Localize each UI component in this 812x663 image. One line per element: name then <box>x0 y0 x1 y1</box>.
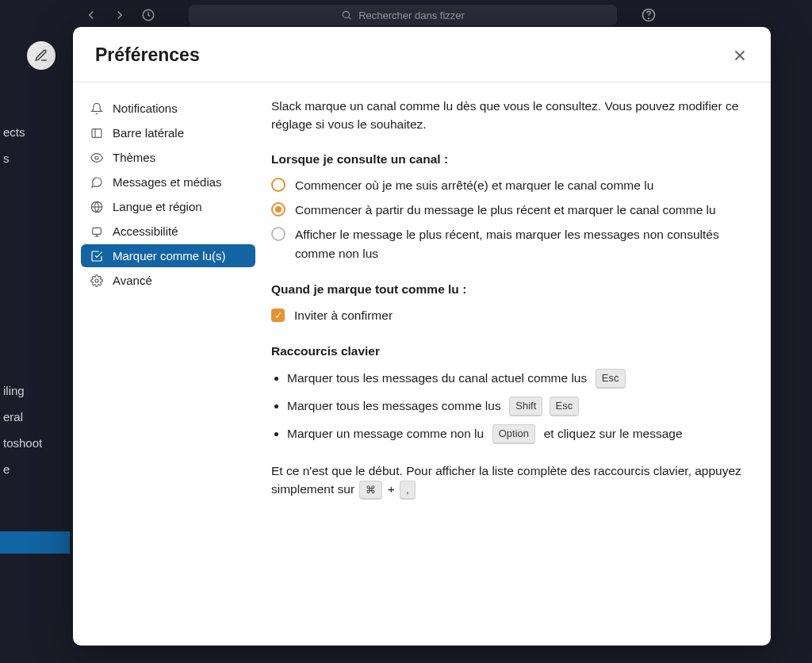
intro-text: Slack marque un canal comme lu dès que v… <box>271 97 745 134</box>
bell-icon <box>90 102 103 115</box>
nav-forward-icon[interactable] <box>113 8 127 22</box>
radio-option-start-where-left[interactable]: Commencer où je me suis arrêté(e) et mar… <box>271 176 745 194</box>
close-button[interactable] <box>731 47 749 64</box>
search-icon <box>341 10 352 21</box>
svg-point-6 <box>95 156 98 159</box>
kbd-key: , <box>400 481 416 500</box>
compose-button[interactable] <box>27 41 56 70</box>
message-icon <box>90 176 103 189</box>
sidebar-item-language[interactable]: Langue et région <box>81 195 255 218</box>
shortcut-item: Marquer tous les messages du canal actue… <box>287 369 745 389</box>
shortcut-item: Marquer tous les messages comme lus Shif… <box>287 397 745 416</box>
sidebar-item-messages[interactable]: Messages et médias <box>81 171 255 194</box>
globe-icon <box>90 201 103 213</box>
compose-icon <box>34 48 48 63</box>
radio-icon <box>271 178 285 192</box>
modal-header: Préférences <box>73 27 771 82</box>
workspace-sidebar-partial: ects s iling eral toshoot e <box>0 119 42 482</box>
sidebar-item-themes[interactable]: Thèmes <box>81 146 255 169</box>
radio-icon <box>271 202 285 217</box>
when-viewing-heading: Lorsque je consulte un canal : <box>271 150 745 168</box>
shortcut-item: Marquer un message comme non lu Option e… <box>287 424 745 444</box>
sidebar-item-advanced[interactable]: Avancé <box>81 269 255 292</box>
kbd-key: Option <box>492 424 535 444</box>
svg-point-3 <box>649 18 649 19</box>
prefs-sidebar: Notifications Barre latérale Thèmes Mess… <box>73 82 263 646</box>
history-icon[interactable] <box>141 8 155 22</box>
sidebar-item-notifications[interactable]: Notifications <box>81 97 255 120</box>
check-square-icon <box>90 250 103 263</box>
nav-back-icon[interactable] <box>84 8 98 22</box>
sidebar-item-accessibility[interactable]: Accessibilité <box>81 220 255 243</box>
footer-text: Et ce n'est que le début. Pour afficher … <box>271 462 745 500</box>
shortcut-list: Marquer tous les messages du canal actue… <box>271 369 745 444</box>
sidebar-item-mark-as-read[interactable]: Marquer comme lu(s) <box>81 244 255 267</box>
preferences-modal: Préférences Notifications Barre latérale… <box>73 27 771 646</box>
sidebar-selection-highlight <box>0 531 70 554</box>
radio-option-start-recent[interactable]: Commencer à partir du message le plus ré… <box>271 201 745 219</box>
kbd-key: ⌘ <box>359 481 382 500</box>
gear-icon <box>90 274 103 287</box>
confirm-checkbox[interactable]: ✓ Inviter à confirmer <box>271 306 745 324</box>
radio-icon <box>271 227 285 241</box>
search-placeholder: Rechercher dans fizzer <box>358 10 465 21</box>
modal-title: Préférences <box>95 44 200 66</box>
kbd-key: Shift <box>509 397 542 416</box>
search-input[interactable]: Rechercher dans fizzer <box>189 5 617 25</box>
eye-icon <box>90 151 103 164</box>
app-topbar: Rechercher dans fizzer <box>0 0 812 30</box>
svg-point-12 <box>95 279 98 282</box>
svg-rect-4 <box>92 128 102 137</box>
kbd-key: Esc <box>550 397 580 416</box>
radio-option-show-recent-keep-unread[interactable]: Afficher le message le plus récent, mais… <box>271 225 745 263</box>
svg-point-1 <box>343 11 349 17</box>
shortcuts-heading: Raccourcis clavier <box>271 342 745 360</box>
accessibility-icon <box>90 225 103 238</box>
svg-rect-9 <box>93 228 102 234</box>
sidebar-item-sidebar[interactable]: Barre latérale <box>81 121 255 144</box>
prefs-content: Slack marque un canal comme lu dès que v… <box>263 82 771 646</box>
mark-all-heading: Quand je marque tout comme lu : <box>271 280 745 298</box>
sidebar-icon <box>90 127 103 140</box>
kbd-key: Esc <box>596 369 626 389</box>
help-icon[interactable] <box>641 7 657 23</box>
checkbox-icon: ✓ <box>271 309 285 322</box>
